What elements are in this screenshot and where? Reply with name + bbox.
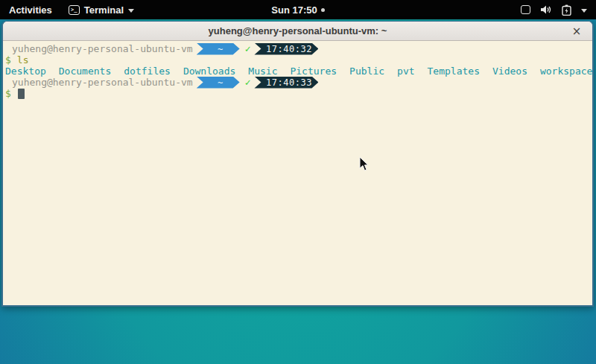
directory-name: Desktop: [5, 66, 46, 77]
powerline-path-segment: ~: [197, 77, 240, 89]
powerline-time-segment: 17:40:32: [254, 43, 318, 55]
activities-button[interactable]: Activities: [0, 0, 61, 19]
powerline-path-segment: ~: [197, 43, 240, 55]
directory-name: Videos: [492, 66, 527, 77]
status-check-icon: ✓: [245, 43, 251, 54]
terminal-window: yuheng@henry-personal-ubuntu-vm: ~ × yuh…: [1, 21, 594, 307]
prompt-line: yuheng@henry-personal-ubuntu-vm ~ ✓ 17:4…: [3, 77, 592, 88]
directory-name: Documents: [59, 66, 111, 77]
directory-name: Templates: [428, 66, 480, 77]
app-menu-button[interactable]: >_ Terminal: [61, 0, 142, 19]
command-line: $ ls: [3, 54, 592, 66]
system-tray[interactable]: [512, 0, 596, 19]
directory-name: dotfiles: [124, 66, 171, 77]
terminal-app-icon: >_: [69, 5, 80, 15]
text-cursor-block: [18, 89, 25, 99]
prompt-user: yuheng@henry-personal-ubuntu-vm: [12, 43, 193, 54]
chevron-down-icon: [128, 9, 134, 13]
prompt-line: yuheng@henry-personal-ubuntu-vm ~ ✓ 17:4…: [3, 43, 592, 54]
input-line: $: [3, 88, 592, 99]
prompt-dollar: $: [5, 88, 11, 99]
battery-charging-icon: [562, 4, 571, 16]
clock-button[interactable]: Sun 17:50: [265, 0, 330, 19]
top-bar: Activities >_ Terminal Sun 17:50: [0, 0, 596, 19]
notification-dot: [321, 8, 325, 12]
status-check-icon: ✓: [245, 77, 251, 88]
directory-name: pvt: [397, 66, 414, 77]
desktop: { "top_bar": { "activities_label": "Acti…: [0, 0, 596, 364]
app-menu-label: Terminal: [84, 4, 124, 16]
titlebar[interactable]: yuheng@henry-personal-ubuntu-vm: ~ ×: [3, 22, 592, 41]
tray-chevron-down-icon: [581, 9, 587, 13]
ls-output-line: DesktopDocumentsdotfilesDownloadsMusicPi…: [3, 66, 592, 77]
command-text: ls: [17, 54, 29, 66]
powerline-time-segment: 17:40:33: [254, 77, 318, 89]
terminal-body[interactable]: yuheng@henry-personal-ubuntu-vm ~ ✓ 17:4…: [3, 41, 592, 306]
display-icon: [521, 5, 530, 14]
prompt-user: yuheng@henry-personal-ubuntu-vm: [12, 77, 193, 88]
directory-name: Music: [248, 66, 277, 77]
volume-icon: [540, 4, 552, 15]
window-title: yuheng@henry-personal-ubuntu-vm: ~: [209, 25, 387, 36]
close-button[interactable]: ×: [567, 22, 586, 41]
prompt-dollar: $: [5, 54, 11, 66]
directory-name: workspace: [540, 66, 592, 77]
clock-label: Sun 17:50: [271, 4, 317, 16]
directory-name: Downloads: [183, 66, 235, 77]
directory-name: Public: [349, 66, 384, 77]
directory-name: Pictures: [290, 66, 337, 77]
